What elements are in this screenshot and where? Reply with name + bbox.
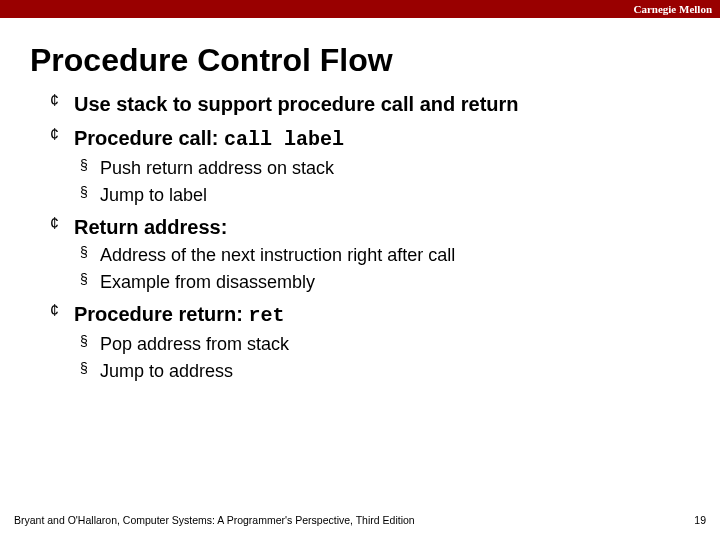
bullet-stack-support: Use stack to support procedure call and … — [50, 91, 690, 117]
subbullet-jump-address: Jump to address — [80, 360, 690, 383]
subbullet-next-instruction: Address of the next instruction right af… — [80, 244, 690, 267]
page-number: 19 — [694, 514, 706, 526]
code-ret: ret — [248, 304, 284, 327]
brand-bar: Carnegie Mellon — [0, 0, 720, 18]
subbullet-jump-label-text: Jump to — [100, 185, 169, 205]
slide-footer: Bryant and O'Hallaron, Computer Systems:… — [14, 514, 706, 526]
footer-credit: Bryant and O'Hallaron, Computer Systems:… — [14, 514, 415, 526]
subbullet-disassembly-example: Example from disassembly — [80, 271, 690, 294]
brand-text: Carnegie Mellon — [633, 3, 712, 15]
bullet-procedure-return: Procedure return: ret — [50, 301, 690, 329]
slide-content: Use stack to support procedure call and … — [50, 91, 690, 382]
subbullet-pop-address: Pop address from stack — [80, 333, 690, 356]
code-label: label — [169, 185, 207, 205]
subbullet-push-return: Push return address on stack — [80, 157, 690, 180]
slide-title: Procedure Control Flow — [30, 42, 720, 79]
bullet-return-address: Return address: — [50, 214, 690, 240]
subbullet-jump-label: Jump to label — [80, 184, 690, 207]
bullet-procedure-return-text: Procedure return: — [74, 303, 248, 325]
bullet-procedure-call-text: Procedure call: — [74, 127, 224, 149]
code-call-label: call label — [224, 128, 344, 151]
bullet-procedure-call: Procedure call: call label — [50, 125, 690, 153]
